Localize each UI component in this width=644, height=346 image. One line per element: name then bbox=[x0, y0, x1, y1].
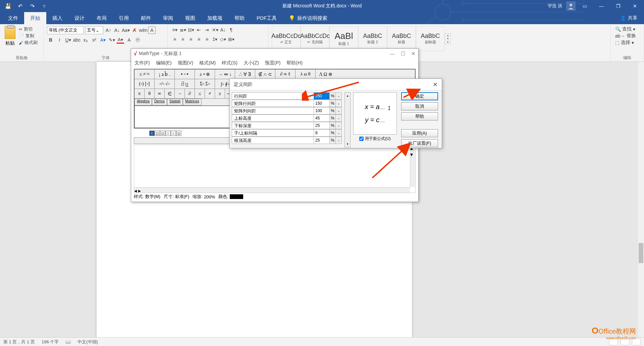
mt-menu-view[interactable]: 视图(V) bbox=[178, 60, 194, 66]
tab-home[interactable]: 开始 bbox=[24, 12, 46, 24]
unit-dropdown-icon[interactable]: ⌄ bbox=[336, 129, 342, 137]
copy-button[interactable]: 📄复制 bbox=[19, 33, 38, 39]
field-input-sup[interactable] bbox=[314, 114, 330, 122]
tell-me[interactable]: 💡 操作说明搜索 bbox=[283, 12, 333, 24]
unit-dropdown-icon[interactable]: ⌄ bbox=[336, 107, 342, 114]
tab-view[interactable]: 视图 bbox=[179, 12, 201, 24]
mt-palette-operators[interactable]: ± • ⊗ bbox=[195, 69, 215, 79]
mt-palette-relations[interactable]: ≤ ≠ ≈ bbox=[135, 69, 155, 79]
asian-layout-icon[interactable]: ✕▾ bbox=[211, 26, 219, 34]
status-language[interactable]: 中文(中国) bbox=[77, 339, 98, 345]
paste-button[interactable]: 粘贴 bbox=[5, 40, 15, 46]
field-input-linespacing[interactable] bbox=[314, 92, 330, 100]
replace-button[interactable]: ab→ 替换 bbox=[615, 33, 639, 39]
numbering-icon[interactable]: ≣▾ bbox=[179, 26, 186, 34]
enclose-char-icon[interactable]: ㊥ bbox=[134, 36, 142, 44]
mt-sym-partial[interactable]: ∂ bbox=[185, 89, 195, 98]
phonetic-icon[interactable]: wén bbox=[140, 27, 147, 34]
apply-new-formula-checkbox[interactable]: 用于新公式(U) bbox=[359, 136, 391, 142]
tab-mail[interactable]: 邮件 bbox=[135, 12, 157, 24]
mt-menu-preset[interactable]: 预置(P) bbox=[265, 60, 281, 66]
unit-dropdown-icon[interactable]: ⌄ bbox=[336, 137, 342, 144]
status-page[interactable]: 第 1 页，共 1 页 bbox=[3, 339, 35, 345]
style-subtitle[interactable]: AaBbC副标题 bbox=[416, 26, 445, 51]
status-proofing-icon[interactable]: 📖 bbox=[65, 339, 71, 344]
mt-tab-derivs[interactable]: Derivs bbox=[152, 99, 167, 105]
mt-close-icon[interactable]: ✕ bbox=[411, 51, 416, 57]
strikethrough-icon[interactable]: abc bbox=[73, 36, 80, 44]
field-input-subsupgap[interactable] bbox=[314, 129, 330, 137]
mt-template-overbar[interactable]: ▫̅ ▫̲ bbox=[175, 79, 195, 89]
unit-dropdown-icon[interactable]: ⌄ bbox=[336, 122, 342, 129]
mt-palette-calc[interactable]: ∂ ∞ ℓ bbox=[275, 69, 296, 79]
qat-dropdown-icon[interactable]: ▽ bbox=[40, 1, 49, 11]
mt-mode-4[interactable]: ↓ bbox=[171, 131, 176, 136]
change-case-icon[interactable]: Aa▾ bbox=[122, 27, 129, 34]
mt-mode-text[interactable]: t bbox=[149, 131, 155, 136]
char-border-icon[interactable]: A bbox=[148, 27, 156, 34]
vertical-scrollbar[interactable] bbox=[638, 62, 644, 337]
style-heading1[interactable]: AaBl标题 1 bbox=[329, 26, 358, 51]
minimize-icon[interactable]: — bbox=[594, 0, 609, 12]
field-input-radical[interactable] bbox=[314, 137, 330, 144]
tab-layout[interactable]: 布局 bbox=[91, 12, 113, 24]
decrease-indent-icon[interactable]: ⇤ bbox=[195, 26, 203, 34]
align-center-icon[interactable]: ≡ bbox=[179, 36, 186, 43]
mt-menu-help[interactable]: 帮助(H) bbox=[286, 60, 302, 66]
mt-menu-edit[interactable]: 编辑(E) bbox=[156, 60, 172, 66]
mt-scroll-v[interactable]: ▴▾ bbox=[410, 145, 415, 187]
style-title[interactable]: AaBbC标题 bbox=[387, 26, 416, 51]
user-avatar[interactable] bbox=[566, 1, 576, 11]
mt-mode-3[interactable]: ↑ bbox=[165, 131, 171, 136]
mt-tab-statistics[interactable]: Statisti bbox=[167, 99, 183, 105]
apply-button[interactable]: 应用(A) bbox=[401, 129, 438, 137]
help-button[interactable]: 帮助 bbox=[401, 112, 438, 120]
sort-icon[interactable]: A↓ bbox=[219, 26, 227, 34]
mt-scroll-h[interactable]: ◂ ▸ bbox=[134, 187, 410, 193]
char-shading-icon[interactable]: A bbox=[125, 36, 133, 44]
field-input-sub[interactable] bbox=[314, 122, 330, 129]
share-button[interactable]: 👤 共享 bbox=[613, 12, 644, 24]
justify-icon[interactable]: ≡ bbox=[195, 36, 203, 43]
mt-mode-5[interactable]: ◻ bbox=[176, 131, 181, 136]
superscript-icon[interactable]: x² bbox=[91, 36, 98, 44]
font-name-combo[interactable]: 等线 (中文正文 bbox=[47, 26, 84, 34]
save-icon[interactable]: 💾 bbox=[3, 1, 13, 11]
mt-palette-accents[interactable]: ¡ a b̂ . bbox=[155, 69, 175, 79]
mt-tab-matrices[interactable]: Matrices bbox=[183, 99, 202, 105]
styles-more[interactable]: ▴▾▾ bbox=[445, 33, 451, 44]
cut-button[interactable]: ✂剪切 bbox=[19, 26, 38, 32]
mt-palette-sets[interactable]: ∉ ∩ ⊂ bbox=[255, 69, 275, 79]
field-input-matrixcol[interactable] bbox=[314, 107, 330, 114]
tab-help[interactable]: 帮助 bbox=[228, 12, 251, 24]
unit-dropdown-icon[interactable]: ⌄ bbox=[336, 100, 342, 107]
bold-icon[interactable]: B bbox=[47, 36, 54, 44]
mt-palette-arrows[interactable]: → ⇔ ↓ bbox=[215, 69, 235, 79]
ribbon-display-icon[interactable]: ▭ bbox=[577, 0, 592, 12]
tab-review[interactable]: 审阅 bbox=[157, 12, 179, 24]
font-size-combo[interactable]: 五号 ⌄ bbox=[85, 26, 103, 34]
tab-references[interactable]: 引用 bbox=[113, 12, 135, 24]
mt-sym-arrow[interactable]: → bbox=[175, 89, 185, 98]
close-icon[interactable]: ✕ bbox=[627, 0, 643, 12]
style-nospacing[interactable]: AaBbCcDc↵ 无间隔 bbox=[301, 26, 329, 51]
mt-menu-format[interactable]: 格式(M) bbox=[199, 60, 216, 66]
unit-dropdown-icon[interactable]: ⌄ bbox=[336, 92, 342, 100]
mt-tab-algebra[interactable]: Algebra bbox=[135, 99, 152, 105]
mt-palette-logic[interactable]: ∴ ∀ ∃ bbox=[235, 69, 255, 79]
clear-format-icon[interactable]: A̸ bbox=[131, 27, 138, 34]
tab-pdf[interactable]: PDF工具 bbox=[251, 12, 283, 24]
tab-addins[interactable]: 加载项 bbox=[201, 12, 228, 24]
style-normal[interactable]: AaBbCcDc↵ 正文 bbox=[272, 26, 301, 51]
factory-button[interactable]: 出厂设置(F) bbox=[401, 139, 438, 147]
mt-sym-theta[interactable]: θ bbox=[145, 89, 155, 98]
mt-sym-pm[interactable]: ± bbox=[215, 89, 225, 98]
tab-file[interactable]: 文件 bbox=[2, 12, 24, 24]
ok-button[interactable]: 确定 bbox=[401, 92, 438, 100]
unit-dropdown-icon[interactable]: ⌄ bbox=[336, 114, 342, 122]
align-left-icon[interactable]: ≡ bbox=[171, 36, 178, 43]
mt-menu-style[interactable]: 样式(S) bbox=[222, 60, 237, 66]
mt-menu-file[interactable]: 文件(F) bbox=[135, 60, 150, 66]
mt-template-fences[interactable]: (▫) [▫] bbox=[135, 79, 155, 89]
select-button[interactable]: ⬚ 选择 ▾ bbox=[615, 40, 639, 46]
